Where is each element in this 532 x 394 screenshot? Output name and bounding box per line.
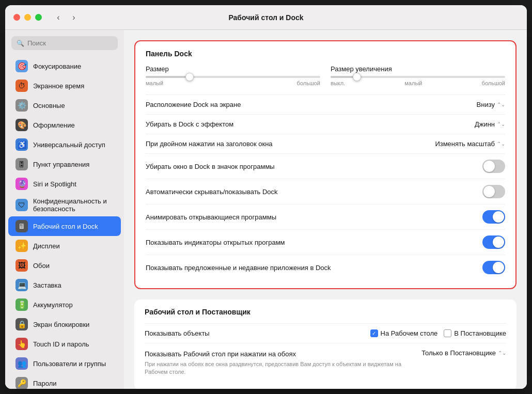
search-input[interactable] [27, 39, 114, 47]
dock-indicators-row: Показывать индикаторы открытых программ [146, 229, 505, 255]
magnification-label: Размер увеличения [331, 65, 505, 73]
sidebar-item-touch-id[interactable]: 👆 Touch ID и пароль [8, 334, 121, 354]
sidebar-item-screen-time[interactable]: ⏱ Экранное время [8, 76, 121, 96]
stage-checkbox[interactable] [444, 329, 451, 337]
screen-time-icon: ⏱ [15, 80, 28, 92]
touch-id-icon: 👆 [15, 338, 28, 350]
sidebar-label-battery: Аккумулятор [33, 301, 73, 309]
sidebar-item-users[interactable]: 👥 Пользователи и группы [8, 354, 121, 373]
magnification-max-label: большой [482, 80, 505, 86]
sidebar-label-accessibility: Универсальный доступ [33, 141, 105, 149]
sliders-row: Размер малый большой Размер увеличения [146, 65, 505, 86]
show-items-checkboxes: ✓ На Рабочем столе В Постановщике [370, 329, 506, 337]
dock-animate-label: Анимировать открывающиеся программы [146, 213, 276, 221]
size-slider-group: Размер малый большой [146, 65, 320, 86]
dock-animate-toggle[interactable] [482, 210, 505, 224]
sidebar-label-general: Основные [33, 102, 65, 109]
dock-animate-row: Анимировать открывающиеся программы [146, 204, 505, 229]
sidebar-label-screen-time: Экранное время [33, 82, 84, 90]
sidebar-label-passwords: Пароли [33, 380, 57, 387]
back-button[interactable]: ‹ [52, 11, 65, 24]
users-icon: 👥 [15, 357, 28, 370]
app-window: ‹ › Рабочий стол и Dock 🔍 🎯 Фокусировани… [5, 5, 527, 389]
dock-position-arrow: ⌃⌄ [497, 102, 505, 107]
screensaver-icon: 💻 [15, 279, 28, 291]
close-button[interactable] [13, 14, 20, 21]
desktop-checkbox[interactable]: ✓ [370, 329, 378, 337]
dock-panel-title: Панель Dock [146, 50, 505, 58]
dock-indicators-toggle[interactable] [482, 235, 505, 249]
sidebar-label-privacy: Конфиденциальность и безопасность [33, 197, 114, 213]
dock-effect-row: Убирать в Dock с эффектом Джинн ⌃⌄ [146, 114, 505, 134]
dock-minimize-label: Убирать окно в Dock в значок программы [146, 163, 275, 170]
sidebar-label-appearance: Оформление [33, 121, 75, 129]
size-max-label: большой [297, 80, 320, 86]
sidebar-label-displays: Дисплеи [33, 242, 60, 250]
size-slider-thumb[interactable] [185, 73, 194, 81]
dock-recent-toggle-knob [493, 262, 504, 273]
checkbox-check-icon: ✓ [372, 330, 376, 336]
lock-screen-icon: 🔒 [15, 318, 28, 330]
dock-doubleclick-arrow: ⌃⌄ [497, 141, 505, 147]
sidebar-item-accessibility[interactable]: ♿ Универсальный доступ [8, 135, 121, 154]
desktop-dock-icon: 🖥 [15, 220, 28, 232]
sidebar-item-desktop-dock[interactable]: 🖥 Рабочий стол и Dock [8, 216, 121, 236]
sidebar-item-control-center[interactable]: 🎛 Пункт управления [8, 154, 121, 174]
size-slider-track[interactable] [146, 76, 320, 78]
appearance-icon: 🎨 [15, 119, 28, 131]
dock-position-value[interactable]: Внизу ⌃⌄ [477, 101, 505, 108]
displays-icon: ✨ [15, 240, 28, 252]
dock-minimize-toggle[interactable] [482, 160, 505, 173]
dock-recent-row: Показывать предложенные и недавние прило… [146, 255, 505, 280]
stage-checkbox-label: В Постановщике [454, 329, 506, 337]
show-items-label: Показывать объекты [145, 329, 210, 337]
magnification-min-label: малый [404, 80, 422, 86]
sidebar-item-privacy[interactable]: 🛡 Конфиденциальность и безопасность [8, 194, 121, 216]
show-items-row: Показывать объекты ✓ На Рабочем столе В … [145, 323, 506, 343]
sidebar-label-focus: Фокусирование [33, 62, 81, 70]
size-slider-fill [146, 76, 190, 78]
siri-icon: 🔮 [15, 178, 28, 190]
search-bar[interactable]: 🔍 [11, 36, 118, 50]
sidebar-label-lock-screen: Экран блокировки [33, 321, 89, 328]
passwords-icon: 🔑 [15, 377, 28, 389]
sidebar-item-passwords[interactable]: 🔑 Пароли [8, 373, 121, 389]
maximize-button[interactable] [35, 14, 42, 21]
dock-effect-label: Убирать в Dock с эффектом [146, 120, 233, 128]
size-label: Размер [146, 65, 320, 73]
show-desktop-arrow: ⌃⌄ [498, 350, 506, 356]
magnification-slider-thumb[interactable] [353, 73, 361, 81]
focus-icon: 🎯 [15, 60, 28, 72]
show-desktop-value[interactable]: Только в Постановщике ⌃⌄ [421, 349, 506, 357]
desktop-section: Рабочий стол и Постановщик Показывать об… [134, 300, 517, 389]
sidebar-item-focus[interactable]: 🎯 Фокусирование [8, 56, 121, 76]
show-desktop-label: Показывать Рабочий стол при нажатии на о… [145, 350, 296, 358]
forward-button[interactable]: › [68, 11, 80, 24]
sidebar-item-battery[interactable]: 🔋 Аккумулятор [8, 295, 121, 314]
dock-minimize-row: Убирать окно в Dock в значок программы [146, 153, 505, 179]
sidebar-item-screensaver[interactable]: 💻 Заставка [8, 275, 121, 295]
sidebar-item-appearance[interactable]: 🎨 Оформление [8, 115, 121, 135]
minimize-button[interactable] [24, 14, 31, 21]
magnification-slider-track[interactable] [331, 76, 505, 78]
general-icon: ⚙️ [15, 99, 28, 112]
sidebar-label-desktop-dock: Рабочий стол и Dock [33, 223, 98, 230]
content-area: Панель Dock Размер малый большой [124, 30, 527, 389]
dock-doubleclick-value[interactable]: Изменять масштаб ⌃⌄ [435, 140, 505, 148]
sidebar-item-displays[interactable]: ✨ Дисплеи [8, 236, 121, 256]
accessibility-icon: ♿ [15, 138, 28, 151]
titlebar: ‹ › Рабочий стол и Dock [5, 5, 527, 30]
desktop-section-title: Рабочий стол и Постановщик [145, 308, 506, 316]
dock-autohide-toggle[interactable] [482, 185, 505, 198]
dock-recent-toggle[interactable] [482, 261, 505, 274]
sidebar-item-general[interactable]: ⚙️ Основные [8, 96, 121, 115]
show-desktop-row: Показывать Рабочий стол при нажатии на о… [145, 343, 506, 382]
stage-checkbox-item[interactable]: В Постановщике [444, 329, 506, 337]
desktop-checkbox-item[interactable]: ✓ На Рабочем столе [370, 329, 438, 337]
dock-autohide-label: Автоматически скрывать/показывать Dock [146, 188, 278, 196]
sidebar-item-lock-screen[interactable]: 🔒 Экран блокировки [8, 314, 121, 334]
dock-effect-value[interactable]: Джинн ⌃⌄ [475, 120, 505, 128]
sidebar-item-wallpaper[interactable]: 🖼 Обои [8, 256, 121, 275]
sidebar-item-siri[interactable]: 🔮 Siri и Spotlight [8, 174, 121, 194]
sidebar-label-touch-id: Touch ID и пароль [33, 340, 89, 348]
